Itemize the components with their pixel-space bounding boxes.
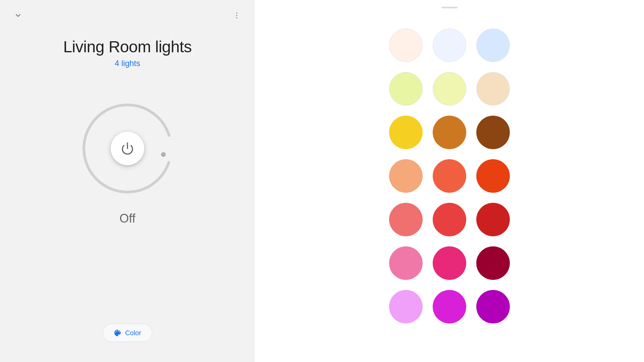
color-swatch-light-pink[interactable] [389,246,423,280]
color-swatch-dark-amber[interactable] [476,116,510,149]
left-panel: Living Room lights 4 lights Off Color [0,0,255,362]
power-button[interactable] [111,132,144,165]
svg-point-1 [236,15,237,16]
color-swatch-salmon[interactable] [389,203,423,236]
color-swatch-daylight[interactable] [476,28,510,62]
top-bar [0,0,255,21]
color-swatch-orange-red[interactable] [433,159,466,193]
color-swatch-red[interactable] [476,203,510,236]
color-grid [376,22,523,330]
svg-point-2 [236,17,237,18]
lights-subtitle[interactable]: 4 lights [115,59,140,68]
color-button[interactable]: Color [103,324,152,342]
color-swatch-coral-red[interactable] [433,203,466,236]
color-swatch-peach[interactable] [389,159,423,193]
chevron-down-icon[interactable] [12,9,24,21]
svg-point-4 [161,152,166,157]
color-swatch-warm-cream[interactable] [476,72,510,106]
power-icon [121,142,134,155]
color-swatch-cool-white[interactable] [433,28,466,62]
color-swatch-pale-yellow[interactable] [433,72,466,106]
color-swatch-warm-white[interactable] [389,28,423,62]
color-swatch-crimson[interactable] [476,246,510,280]
room-title: Living Room lights [63,38,192,56]
palette-icon [114,329,122,337]
color-button-label: Color [125,329,141,337]
right-panel [255,0,644,362]
status-label: Off [119,212,135,226]
drag-handle[interactable] [441,7,458,8]
title-section: Living Room lights 4 lights [63,38,192,68]
color-swatch-amber[interactable] [433,116,466,149]
color-swatch-deep-purple[interactable] [476,290,510,323]
color-swatch-bright-yellow[interactable] [389,116,423,149]
color-swatch-hot-pink[interactable] [433,246,466,280]
color-swatch-deep-orange[interactable] [476,159,510,193]
color-swatch-lavender[interactable] [389,290,423,323]
color-swatch-soft-yellow[interactable] [389,72,423,106]
color-swatch-magenta[interactable] [433,290,466,323]
more-options-icon[interactable] [231,9,243,21]
dial-container [74,95,181,202]
svg-point-0 [236,13,237,14]
